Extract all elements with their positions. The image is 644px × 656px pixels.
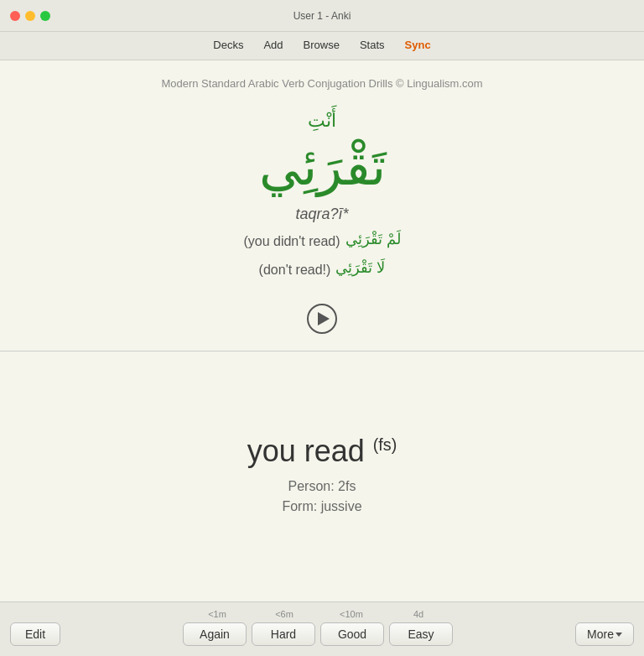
hard-button[interactable]: Hard	[252, 622, 315, 646]
more-label: More	[587, 627, 614, 641]
answer-main: you read (fs)	[247, 434, 397, 469]
alt-label-1: (you didn't read)	[243, 234, 340, 249]
nav-browse[interactable]: Browse	[295, 37, 348, 53]
alt-line-2: لَا تَقْرَئِي (don't read!)	[259, 258, 386, 282]
answer-buttons: Again Hard Good Easy	[183, 622, 453, 646]
easy-button[interactable]: Easy	[389, 622, 453, 646]
nav-stats[interactable]: Stats	[351, 37, 393, 53]
alt-arabic-1: لَمْ تَقْرَئِي	[345, 230, 401, 248]
timing-labels: <1m <6m <10m 4d	[10, 609, 634, 619]
play-audio-button[interactable]	[307, 304, 337, 334]
timing-again: <1m	[184, 609, 251, 619]
person-label: Person: 2fs	[288, 479, 356, 494]
good-button[interactable]: Good	[320, 622, 384, 646]
timing-hard: <6m	[251, 609, 318, 619]
bottom-bar: <1m <6m <10m 4d Edit Again Hard Good Eas…	[0, 601, 644, 656]
close-button[interactable]	[10, 11, 20, 21]
timing-good: <10m	[318, 609, 385, 619]
window-title: User 1 - Anki	[293, 10, 351, 22]
deck-title: Modern Standard Arabic Verb Conjugation …	[161, 77, 482, 90]
alt-label-2: (don't read!)	[259, 263, 331, 278]
alt-line-1: لَمْ تَقْرَئِي (you didn't read)	[243, 230, 400, 253]
card-back: you read (fs) Person: 2fs Form: jussive	[0, 351, 644, 601]
answer-superscript: (fs)	[373, 435, 397, 454]
nav-sync[interactable]: Sync	[397, 37, 439, 53]
edit-button[interactable]: Edit	[10, 622, 60, 646]
arabic-pronoun: أَنْتِ	[308, 110, 336, 132]
again-button[interactable]: Again	[183, 622, 247, 646]
nav-bar: Decks Add Browse Stats Sync	[0, 32, 644, 60]
maximize-button[interactable]	[40, 11, 50, 21]
nav-decks[interactable]: Decks	[205, 37, 252, 53]
card-front: Modern Standard Arabic Verb Conjugation …	[0, 60, 644, 351]
alt-arabic-2: لَا تَقْرَئِي	[335, 258, 385, 277]
traffic-lights	[10, 11, 50, 21]
chevron-down-icon	[615, 633, 622, 637]
arabic-main-verb: تَقْرَئِي	[259, 138, 386, 195]
answer-text: you read	[247, 434, 365, 468]
card-area: Modern Standard Arabic Verb Conjugation …	[0, 60, 644, 601]
play-icon	[318, 312, 330, 325]
more-button[interactable]: More	[575, 622, 634, 646]
form-label: Form: jussive	[282, 499, 361, 514]
nav-add[interactable]: Add	[255, 37, 291, 53]
answer-buttons-row: Edit Again Hard Good Easy More	[10, 622, 634, 646]
timing-easy: 4d	[385, 609, 452, 619]
transliteration: taqra?ī*	[295, 206, 348, 223]
title-bar: User 1 - Anki	[0, 0, 644, 32]
minimize-button[interactable]	[25, 11, 35, 21]
